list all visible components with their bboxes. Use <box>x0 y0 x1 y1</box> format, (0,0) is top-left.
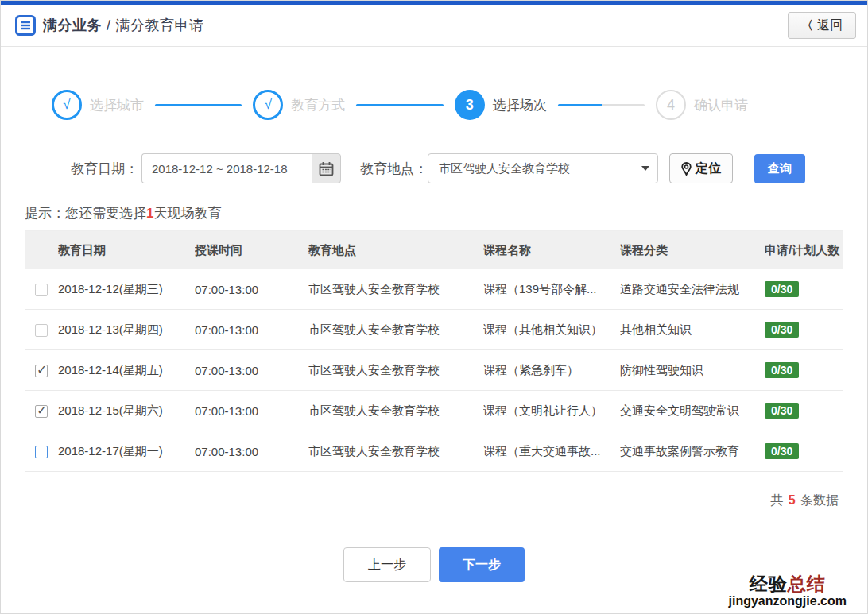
locate-button-label: 定位 <box>696 160 721 177</box>
step-indicator: √ 选择城市 √ 教育方式 3 选择场次 4 确认申请 <box>1 90 867 120</box>
row-education-date: 2018-12-17(星期一) <box>58 444 195 459</box>
row-class-time: 07:00-13:00 <box>195 404 308 418</box>
date-range-input[interactable] <box>141 153 312 183</box>
row-quota-cell: 0/30 <box>765 362 843 378</box>
row-quota-cell: 0/30 <box>765 443 843 459</box>
row-education-date: 2018-12-13(星期四) <box>58 322 195 338</box>
filter-bar: 教育日期： 教育地点： 市区驾驶人安全教育学校 <box>1 153 867 183</box>
header: 满分业务/满分教育申请 〈 返回 <box>1 5 867 47</box>
row-checkbox-cell <box>25 282 58 296</box>
back-chevron-icon: 〈 <box>801 18 813 33</box>
record-count-number: 5 <box>789 493 796 507</box>
step-select-city: √ 选择城市 <box>52 90 144 120</box>
row-checkbox[interactable] <box>35 405 48 418</box>
col-header-applied-planned: 申请/计划人数 <box>765 243 843 258</box>
step-3-label: 选择场次 <box>493 96 547 114</box>
row-education-date: 2018-12-15(星期六) <box>58 404 195 419</box>
step-4-label: 确认申请 <box>694 96 748 114</box>
row-course-name: 课程（文明礼让行人） <box>483 404 620 419</box>
step-education-mode: √ 教育方式 <box>253 90 345 120</box>
row-checkbox[interactable] <box>35 446 48 458</box>
step-2-label: 教育方式 <box>291 96 345 114</box>
row-checkbox[interactable] <box>35 365 48 377</box>
row-education-place: 市区驾驶人安全教育学校 <box>308 322 483 338</box>
table-row[interactable]: 2018-12-17(星期一) 07:00-13:00 市区驾驶人安全教育学校 … <box>25 431 843 472</box>
previous-step-button[interactable]: 上一步 <box>343 547 431 582</box>
step-3-circle: 3 <box>455 90 485 120</box>
site-watermark: 经验总结 jingyanzongjie.com <box>729 574 847 608</box>
step-1-circle: √ <box>52 90 82 120</box>
record-count-prefix: 共 <box>770 493 783 507</box>
row-education-date: 2018-12-12(星期三) <box>58 282 195 297</box>
table-row[interactable]: 2018-12-13(星期四) 07:00-13:00 市区驾驶人安全教育学校 … <box>25 310 843 350</box>
row-class-time: 07:00-13:00 <box>195 323 308 337</box>
education-date-label: 教育日期： <box>71 160 138 178</box>
col-header-education-date: 教育日期 <box>58 243 195 258</box>
row-checkbox-cell <box>25 322 58 337</box>
row-education-place: 市区驾驶人安全教育学校 <box>308 282 483 297</box>
row-course-name: 课程（紧急刹车） <box>483 363 620 378</box>
row-education-place: 市区驾驶人安全教育学校 <box>308 404 483 419</box>
quota-badge: 0/30 <box>765 322 799 338</box>
record-count-suffix: 条数据 <box>800 493 839 507</box>
table-row[interactable]: 2018-12-15(星期六) 07:00-13:00 市区驾驶人安全教育学校 … <box>25 391 843 431</box>
hint-suffix: 天现场教育 <box>153 206 221 221</box>
watermark-title-black: 经验 <box>750 573 788 594</box>
hint-text: 提示：您还需要选择1天现场教育 <box>25 204 867 222</box>
quota-badge: 0/30 <box>765 281 799 297</box>
breadcrumb-separator: / <box>107 17 111 33</box>
table-row[interactable]: 2018-12-12(星期三) 07:00-13:00 市区驾驶人安全教育学校 … <box>25 269 843 310</box>
row-checkbox[interactable] <box>35 284 48 296</box>
row-quota-cell: 0/30 <box>765 281 843 297</box>
education-place-label: 教育地点： <box>360 160 428 178</box>
step-select-session: 3 选择场次 <box>455 90 547 120</box>
row-class-time: 07:00-13:00 <box>195 445 308 458</box>
row-checkbox-cell <box>25 444 58 458</box>
row-course-category: 防御性驾驶知识 <box>620 363 765 378</box>
calendar-icon <box>319 161 334 176</box>
education-place-select[interactable]: 市区驾驶人安全教育学校 <box>428 153 658 183</box>
quota-badge: 0/30 <box>765 403 799 419</box>
calendar-button[interactable] <box>312 153 341 183</box>
table-row[interactable]: 2018-12-14(星期五) 07:00-13:00 市区驾驶人安全教育学校 … <box>25 350 843 391</box>
page: 满分业务/满分教育申请 〈 返回 √ 选择城市 √ 教育方式 3 选择场次 4 … <box>0 0 868 614</box>
session-table: 教育日期 授课时间 教育地点 课程名称 课程分类 申请/计划人数 2018-12… <box>25 230 843 472</box>
col-header-course-category: 课程分类 <box>620 243 765 258</box>
education-place-selected-value: 市区驾驶人安全教育学校 <box>439 161 570 176</box>
row-quota-cell: 0/30 <box>765 403 843 419</box>
row-course-name: 课程（139号部令解... <box>483 282 620 297</box>
record-count: 共 5 条数据 <box>1 492 839 509</box>
row-education-place: 市区驾驶人安全教育学校 <box>308 363 483 378</box>
step-connector-1 <box>155 104 242 106</box>
table-header-row: 教育日期 授课时间 教育地点 课程名称 课程分类 申请/计划人数 <box>25 231 843 269</box>
quota-badge: 0/30 <box>765 443 799 459</box>
query-button[interactable]: 查询 <box>754 154 805 183</box>
table-body: 2018-12-12(星期三) 07:00-13:00 市区驾驶人安全教育学校 … <box>25 269 843 472</box>
row-class-time: 07:00-13:00 <box>195 283 308 296</box>
step-confirm-application: 4 确认申请 <box>656 90 748 120</box>
col-header-class-time: 授课时间 <box>195 243 308 258</box>
row-course-category: 交通安全文明驾驶常识 <box>620 404 765 419</box>
list-icon <box>15 15 36 36</box>
breadcrumb: 满分业务/满分教育申请 <box>43 16 204 35</box>
row-class-time: 07:00-13:00 <box>195 364 308 377</box>
next-step-button[interactable]: 下一步 <box>439 547 525 582</box>
row-education-place: 市区驾驶人安全教育学校 <box>308 444 483 459</box>
hint-prefix: 提示：您还需要选择 <box>25 206 146 221</box>
step-4-circle: 4 <box>656 90 686 120</box>
row-checkbox-cell <box>25 363 58 377</box>
watermark-title-red: 总结 <box>788 573 826 594</box>
step-2-circle: √ <box>253 90 283 120</box>
step-connector-3 <box>558 104 645 106</box>
row-checkbox-cell <box>25 404 58 418</box>
back-button[interactable]: 〈 返回 <box>788 12 856 39</box>
row-course-name: 课程（其他相关知识） <box>483 322 620 338</box>
back-button-label: 返回 <box>817 17 843 34</box>
row-education-date: 2018-12-14(星期五) <box>58 363 195 378</box>
dropdown-caret-icon <box>641 166 649 171</box>
locate-button[interactable]: 定位 <box>669 153 733 183</box>
quota-badge: 0/30 <box>765 362 799 378</box>
row-checkbox[interactable] <box>35 324 48 337</box>
row-quota-cell: 0/30 <box>765 322 843 338</box>
col-header-course-name: 课程名称 <box>483 243 620 258</box>
